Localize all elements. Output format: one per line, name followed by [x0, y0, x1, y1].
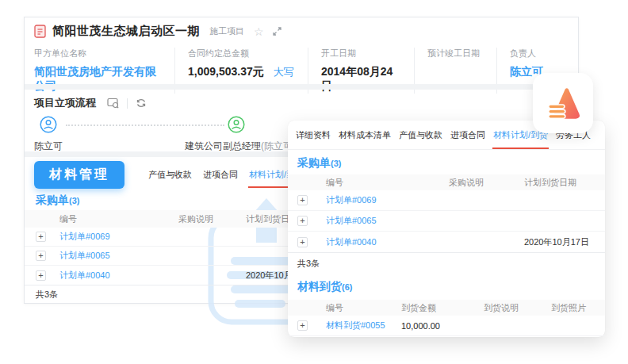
expand-row-button[interactable]: +: [36, 270, 46, 281]
plan-order-link[interactable]: 计划单#0040: [59, 270, 178, 282]
window-title-row: 简阳世茂生态城启动区一期 施工项目 ☆: [34, 24, 282, 39]
document-icon: [34, 25, 46, 38]
plan-order-link[interactable]: 计划单#0069: [326, 194, 449, 206]
approval-flow-title: 项目立项流程: [34, 96, 96, 110]
amount-in-words-link[interactable]: 大写: [274, 65, 294, 79]
section-divider: [25, 84, 578, 90]
table-row[interactable]: + 计划单#0069: [288, 190, 605, 211]
plan-order-link[interactable]: 计划单#0069: [59, 231, 178, 243]
tab-details[interactable]: 详细资料: [296, 129, 331, 141]
tab-output-and-receipts[interactable]: 产值与收款: [148, 169, 192, 181]
divider: [127, 98, 128, 109]
tab-incoming-contracts[interactable]: 进项合同: [203, 169, 238, 181]
contract-amount-value: 1,009,503.37元: [188, 65, 264, 79]
arrival-order-link[interactable]: 材料到货#0055: [326, 320, 401, 331]
flow-step-role: 建筑公司副总经理: [185, 140, 261, 151]
project-title: 简阳世茂生态城启动区一期: [52, 24, 200, 39]
table-row[interactable]: + 计划单#0040 2020年10月17日: [288, 232, 605, 252]
table-row[interactable]: + 材料到货#0055 10,000.00: [288, 316, 605, 336]
purchase-section-title: 采购单(3): [36, 193, 79, 208]
plan-order-link[interactable]: 计划单#0040: [326, 236, 449, 248]
expand-row-button[interactable]: +: [36, 232, 46, 242]
approval-flow-steps: 陈立可 建筑公司副总经理(陈立可): [34, 116, 308, 151]
approval-flow-header: 项目立项流程: [34, 96, 147, 110]
user-avatar-icon: [228, 116, 245, 133]
workflow-preview-icon[interactable]: [107, 98, 119, 109]
expand-row-button[interactable]: +: [297, 216, 308, 226]
project-type-badge: 施工项目: [209, 25, 244, 37]
expand-row-button[interactable]: +: [297, 237, 308, 247]
cone-logo-icon: [545, 85, 581, 121]
purchase-table: 编号 采购说明 计划到货日期 + 计划单#0069 + 计划单#0065 + 计…: [288, 174, 605, 274]
favorite-star-icon[interactable]: ☆: [254, 25, 264, 38]
table-header-row: 编号 到货金额 到货说明 到货照片: [288, 300, 605, 316]
expand-row-button[interactable]: +: [36, 251, 46, 261]
expand-row-button[interactable]: +: [297, 195, 308, 205]
material-plan-arrival-panel: 详细资料 材料成本清单 产值与收款 进项合同 材料计划/到货 劳务工人 采购单(…: [288, 121, 605, 337]
planned-completion-value: [427, 65, 484, 78]
table-row[interactable]: + 计划单#0065: [288, 211, 605, 232]
tab-output-and-receipts[interactable]: 产值与收款: [399, 129, 442, 141]
material-management-button[interactable]: 材料管理: [34, 161, 124, 189]
fullscreen-expand-icon[interactable]: [272, 26, 282, 36]
tab-material-cost-list[interactable]: 材料成本清单: [339, 129, 391, 141]
plan-order-link[interactable]: 计划单#0065: [59, 250, 178, 262]
flow-step-approver[interactable]: 建筑公司副总经理(陈立可): [185, 116, 288, 153]
purchase-section-title: 采购单(3): [297, 155, 341, 171]
plan-order-link[interactable]: 计划单#0065: [326, 215, 449, 227]
arrival-section-title: 材料到货(6): [297, 279, 352, 294]
app-logo: [533, 73, 593, 133]
flow-step-initiator[interactable]: 陈立可: [34, 116, 63, 153]
arrival-amount: 10,000.00: [401, 321, 484, 331]
refresh-icon[interactable]: [136, 98, 147, 109]
table-header-row: 编号 采购说明 计划到货日期: [288, 174, 605, 190]
expand-row-button[interactable]: +: [297, 320, 308, 331]
table-footer-count: 共3条: [288, 253, 605, 274]
arrival-table: 编号 到货金额 到货说明 到货照片 + 材料到货#0055 10,000.00: [288, 300, 605, 336]
tab-incoming-contracts[interactable]: 进项合同: [450, 129, 485, 141]
user-avatar-icon: [40, 116, 57, 133]
